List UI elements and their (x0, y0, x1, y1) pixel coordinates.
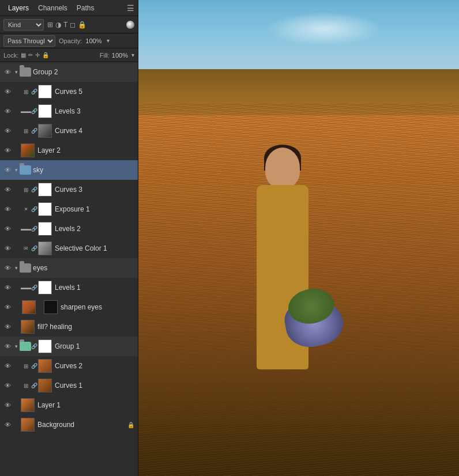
link-icon: 🔗 (31, 226, 37, 232)
layer-row[interactable]: 👁 ▾ 🔗 Group 1 (0, 337, 138, 356)
expand-arrow[interactable]: ▾ (13, 167, 20, 173)
layer-name: sharpen eyes (59, 303, 136, 311)
visibility-icon[interactable]: 👁 (2, 402, 13, 409)
layer-row[interactable]: 👁 ⊞ 🔗 Curves 1 (0, 376, 138, 395)
link-icon: 🔗 (31, 89, 37, 95)
blend-row: Pass Through Normal Multiply Screen Opac… (0, 33, 138, 48)
lock-position-icon[interactable]: ✛ (35, 52, 40, 58)
person-figure (231, 142, 334, 476)
shape-filter-icon[interactable]: ◻ (70, 21, 76, 29)
adjustment-filter-icon[interactable]: ◑ (55, 21, 61, 29)
blend-mode-select[interactable]: Pass Through Normal Multiply Screen (3, 35, 55, 47)
layer-row[interactable]: 👁 ✉ 🔗 Selective Color 1 (0, 239, 138, 258)
visibility-icon[interactable]: 👁 (2, 382, 13, 389)
visibility-icon[interactable]: 👁 (2, 304, 13, 311)
visibility-icon[interactable]: 👁 (2, 167, 13, 173)
layer-thumbnail (38, 281, 52, 294)
type-filter-icon[interactable]: T (63, 21, 67, 29)
tab-channels[interactable]: Channels (33, 2, 72, 14)
color-circle-icon (126, 21, 134, 29)
layer-name: Layer 2 (36, 146, 136, 154)
lock-icon: 🔒 (127, 422, 136, 428)
lock-transparency-icon[interactable]: ▦ (21, 52, 26, 58)
link-icon: 🔗 (31, 187, 37, 192)
layer-row[interactable]: 👁 Background 🔒 (0, 415, 138, 435)
kind-select[interactable]: Kind (3, 19, 44, 31)
layer-row[interactable]: 👁 ▾ Group 2 (0, 62, 138, 82)
layer-row[interactable]: 👁 ☀ 🔗 Exposure 1 (0, 199, 138, 219)
layer-thumbnail (21, 143, 35, 157)
layer-row[interactable]: 👁 ▾ eyes (0, 258, 138, 278)
levels-icon: ▬▬ (21, 282, 31, 293)
layer-row[interactable]: 👁 ⊞ 🔗 Curves 2 (0, 356, 138, 376)
layer-name: fill? healing (36, 323, 136, 331)
kind-toolbar: Kind ⊞ ◑ T ◻ 🔒 (0, 16, 138, 33)
visibility-icon[interactable]: 👁 (2, 186, 13, 193)
layer-row[interactable]: 👁 ⊞ 🔗 Curves 3 (0, 180, 138, 199)
visibility-icon[interactable]: 👁 (2, 206, 13, 213)
link-icon: 🔗 (31, 108, 37, 114)
layer-row[interactable]: 👁 ▬▬ 🔗 Levels 3 (0, 101, 138, 121)
visibility-icon[interactable]: 👁 (2, 69, 13, 75)
visibility-icon[interactable]: 👁 (2, 147, 13, 154)
layer-row[interactable]: 👁 ⊞ 🔗 Curves 4 (0, 121, 138, 141)
visibility-icon[interactable]: 👁 (2, 127, 13, 134)
opacity-value: 100% (85, 37, 101, 44)
photo-panel (138, 0, 459, 476)
visibility-icon[interactable]: 👁 (2, 343, 13, 350)
layer-thumbnail (21, 398, 35, 412)
layer-row[interactable]: 👁 sharpen eyes (0, 297, 138, 317)
layer-name: Group 2 (31, 68, 136, 76)
visibility-icon[interactable]: 👁 (2, 265, 13, 271)
lock-all-icon[interactable]: 🔒 (42, 52, 49, 58)
layer-name: Curves 5 (53, 88, 136, 96)
visibility-icon[interactable]: 👁 (2, 245, 13, 252)
visibility-icon[interactable]: 👁 (2, 421, 13, 428)
expand-arrow[interactable]: ▾ (13, 69, 20, 75)
layer-name: sky (31, 166, 136, 174)
layers-panel: Layers Channels Paths ☰ Kind ⊞ ◑ T ◻ 🔒 P… (0, 0, 138, 476)
layer-name: Levels 3 (53, 107, 136, 115)
photo-canvas (138, 0, 459, 476)
folder-icon (20, 165, 31, 175)
exposure-icon: ☀ (21, 204, 31, 214)
fill-dropdown-icon[interactable]: ▾ (131, 52, 134, 58)
tab-paths[interactable]: Paths (72, 2, 99, 14)
layer-thumbnail (38, 222, 52, 236)
visibility-icon[interactable]: 👁 (2, 108, 13, 115)
layer-thumbnail (38, 183, 52, 197)
lock-row: Lock: ▦ ✏ ✛ 🔒 Fill: 100% ▾ (0, 48, 138, 62)
lock-pixels-icon[interactable]: ✏ (28, 52, 33, 58)
visibility-icon[interactable]: 👁 (2, 88, 13, 95)
layer-row[interactable]: 👁 fill? healing (0, 317, 138, 337)
layer-name: eyes (31, 264, 136, 272)
link-icon: 🔗 (31, 363, 37, 369)
curves-icon: ⊞ (21, 126, 31, 136)
layer-thumbnail (38, 85, 52, 99)
expand-arrow[interactable]: ▾ (13, 265, 20, 271)
link-icon: 🔗 (31, 383, 37, 388)
filter-icons: ⊞ ◑ T ◻ 🔒 (47, 21, 86, 29)
visibility-icon[interactable]: 👁 (2, 284, 13, 291)
folder-icon (20, 67, 31, 77)
layer-row[interactable]: 👁 ▬▬ 🔗 Levels 1 (0, 278, 138, 297)
layer-row[interactable]: 👁 ▾ sky (0, 160, 138, 180)
layer-row[interactable]: 👁 ⊞ 🔗 Curves 5 (0, 82, 138, 101)
layer-row[interactable]: 👁 Layer 1 (0, 395, 138, 415)
sky-clouds (266, 12, 382, 46)
panel-menu-icon[interactable]: ☰ (127, 3, 134, 13)
person-body (257, 185, 308, 369)
expand-arrow[interactable]: ▾ (13, 343, 20, 349)
visibility-icon[interactable]: 👁 (2, 323, 13, 330)
link-icon: 🔗 (31, 206, 37, 212)
folder-icon (20, 342, 31, 351)
visibility-icon[interactable]: 👁 (2, 225, 13, 232)
tab-layers[interactable]: Layers (3, 2, 33, 14)
pixel-filter-icon[interactable]: ⊞ (47, 21, 53, 29)
layer-name: Background (36, 421, 127, 429)
visibility-icon[interactable]: 👁 (2, 362, 13, 369)
smart-filter-icon[interactable]: 🔒 (78, 21, 86, 29)
layer-row[interactable]: 👁 ▬▬ 🔗 Levels 2 (0, 219, 138, 239)
opacity-dropdown-icon[interactable]: ▾ (107, 37, 110, 44)
layer-row[interactable]: 👁 Layer 2 (0, 141, 138, 160)
